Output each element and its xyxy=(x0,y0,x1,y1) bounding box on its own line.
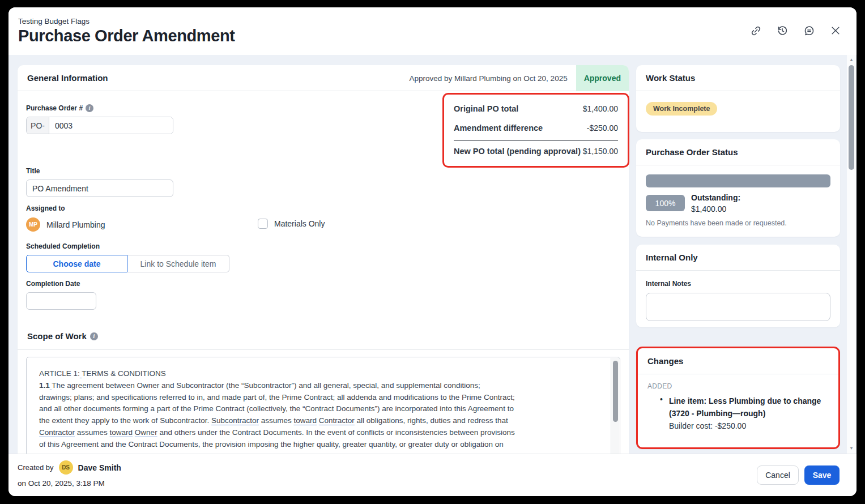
scope-of-work-header: Scope of Work i xyxy=(18,323,629,350)
scope-of-work-text: ARTICLE 1: TERMS & CONDITIONS1.1 The agr… xyxy=(27,357,620,451)
general-information-card: General Information Approved by Millard … xyxy=(18,65,629,454)
scope-scrollbar[interactable] xyxy=(611,358,619,454)
materials-only-checkbox[interactable] xyxy=(258,219,268,229)
created-on-text: on Oct 20, 2025, 3:18 PM xyxy=(18,479,121,488)
original-po-total-label: Original PO total xyxy=(454,104,518,113)
materials-only-label: Materials Only xyxy=(274,219,325,228)
po-status-progress-bar xyxy=(646,174,830,187)
po-prefix: PO- xyxy=(27,117,49,134)
header-icon-bar xyxy=(749,24,842,37)
general-information-header: General Information Approved by Millard … xyxy=(18,65,629,91)
new-po-total-label: New PO total (pending approval) xyxy=(454,147,581,156)
modal-body: General Information Approved by Millard … xyxy=(8,55,857,454)
creator-info: Created by DS Dave Smith on Oct 20, 2025… xyxy=(18,460,121,488)
change-item-line1: Line item: Less Plumbing due to change xyxy=(669,395,821,407)
choose-date-button[interactable]: Choose date xyxy=(26,255,127,272)
purchase-order-status-title: Purchase Order Status xyxy=(646,147,738,157)
created-by-label: Created by xyxy=(18,463,54,472)
main-scrollbar[interactable]: ▲ ▼ xyxy=(847,55,856,454)
progress-percent-chip: 100% xyxy=(646,195,685,211)
history-icon[interactable] xyxy=(776,24,789,37)
purchase-order-number-label: Purchase Order #i xyxy=(26,104,93,112)
scheduled-completion-label: Scheduled Completion xyxy=(26,242,100,250)
cancel-button[interactable]: Cancel xyxy=(757,465,799,485)
assigned-to-label: Assigned to xyxy=(26,204,65,212)
link-icon[interactable] xyxy=(749,24,762,37)
modal-header: Testing Budget Flags Purchase Order Amen… xyxy=(8,7,857,55)
modal-footer: Created by DS Dave Smith on Oct 20, 2025… xyxy=(8,454,857,496)
internal-notes-textarea[interactable] xyxy=(646,293,830,321)
info-icon[interactable]: i xyxy=(90,332,98,340)
scroll-down-arrow[interactable]: ▼ xyxy=(847,444,856,452)
bullet-icon: • xyxy=(660,395,669,432)
approval-text: Approved by Millard Plumbing on Oct 20, … xyxy=(410,74,568,83)
creator-name: Dave Smith xyxy=(78,463,121,472)
scope-scrollbar-thumb[interactable] xyxy=(613,361,618,422)
change-item-line2: (3720 - Plumbing—rough) xyxy=(669,407,821,420)
changes-title: Changes xyxy=(647,356,683,366)
purchase-order-status-card: Purchase Order Status 100% Outstanding: … xyxy=(636,139,840,237)
page-title: Purchase Order Amendment xyxy=(18,27,843,45)
amendment-difference-label: Amendment difference xyxy=(454,123,543,133)
changes-card: Changes ADDED • Line item: Less Plumbing… xyxy=(636,347,840,449)
scroll-up-arrow[interactable]: ▲ xyxy=(847,55,856,64)
completion-date-input[interactable] xyxy=(26,292,96,310)
outstanding-value: $1,400.00 xyxy=(691,204,740,213)
scope-of-work-editor[interactable]: ARTICLE 1: TERMS & CONDITIONS1.1 The agr… xyxy=(26,357,620,454)
close-icon[interactable] xyxy=(829,24,842,37)
materials-only-row: Materials Only xyxy=(258,219,325,229)
info-icon[interactable]: i xyxy=(86,104,93,112)
work-status-card: Work Status Work Incomplete xyxy=(636,65,840,132)
assignee-name: Millard Plumbing xyxy=(46,220,105,229)
title-label: Title xyxy=(26,167,40,175)
totals-divider xyxy=(454,140,618,141)
po-number-input[interactable] xyxy=(49,117,173,134)
status-badge-approved: Approved xyxy=(576,65,629,91)
internal-notes-label: Internal Notes xyxy=(646,280,830,288)
amendment-difference-value: -$250.00 xyxy=(587,123,618,133)
completion-date-label: Completion Date xyxy=(26,280,80,288)
comment-icon[interactable] xyxy=(803,24,815,37)
assignee-avatar: MP xyxy=(26,217,40,232)
link-to-schedule-item-button[interactable]: Link to Schedule item xyxy=(127,255,229,272)
purchase-order-number-group: PO- xyxy=(26,117,173,134)
scope-of-work-title: Scope of Work xyxy=(27,331,87,341)
change-item: • Line item: Less Plumbing due to change… xyxy=(647,395,829,432)
purchase-order-amendment-modal: Testing Budget Flags Purchase Order Amen… xyxy=(8,7,857,496)
changes-group-label: ADDED xyxy=(647,382,829,390)
save-button[interactable]: Save xyxy=(804,465,840,485)
title-input[interactable] xyxy=(26,180,173,197)
amendment-totals-annotation: Original PO total $1,400.00 Amendment di… xyxy=(442,93,629,168)
job-name: Testing Budget Flags xyxy=(18,17,843,25)
internal-only-title: Internal Only xyxy=(646,253,698,262)
main-scrollbar-thumb[interactable] xyxy=(849,65,854,170)
payments-note: No Payments have been made or requested. xyxy=(646,219,830,227)
original-po-total-value: $1,400.00 xyxy=(583,104,618,113)
outstanding-label: Outstanding: xyxy=(691,193,740,202)
creator-avatar: DS xyxy=(59,460,73,475)
internal-only-card: Internal Only Internal Notes xyxy=(636,245,840,327)
section-title: General Information xyxy=(27,73,108,83)
scheduled-completion-toggle: Choose date Link to Schedule item xyxy=(26,255,229,272)
work-status-title: Work Status xyxy=(646,73,695,83)
assignee-row: MP Millard Plumbing xyxy=(26,217,105,232)
change-item-detail: Builder cost: -$250.00 xyxy=(669,420,821,432)
work-incomplete-badge: Work Incomplete xyxy=(646,102,717,116)
new-po-total-value: $1,150.00 xyxy=(583,147,618,156)
